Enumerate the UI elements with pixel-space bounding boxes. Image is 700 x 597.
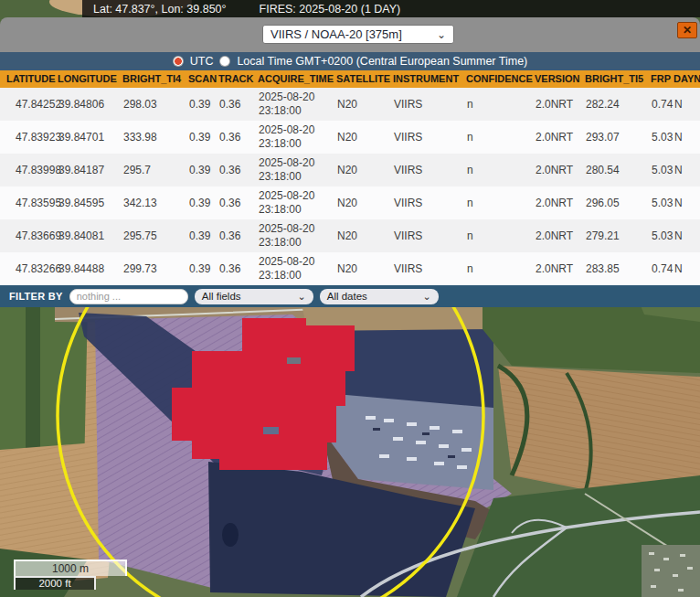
col-confidence[interactable]: CONFIDENCE [465, 70, 534, 88]
table-row[interactable]: 47.83998 39.84187 295.7 0.39 0.36 2025-0… [0, 154, 700, 187]
table-row[interactable]: 47.83266 39.84488 299.73 0.39 0.36 2025-… [0, 252, 700, 285]
filter-fields-select[interactable]: All fields ⌄ [195, 289, 313, 304]
col-instrument[interactable]: INSTRUMENT [392, 70, 465, 88]
filter-dates-select[interactable]: All dates ⌄ [320, 289, 439, 304]
cursor-coordinates: Lat: 47.837°, Lon: 39.850° [93, 3, 227, 16]
utc-radio-label[interactable]: UTC [190, 55, 214, 68]
local-time-radio[interactable] [219, 56, 230, 67]
table-row[interactable]: 47.83595 39.84595 342.13 0.39 0.36 2025-… [0, 187, 700, 219]
col-longitude[interactable]: LONGITUDE [57, 70, 122, 88]
panel-header: VIIRS / NOAA-20 [375m] ⌄ ✕ [0, 17, 700, 52]
chevron-down-icon: ⌄ [437, 30, 446, 39]
chevron-down-icon: ⌄ [298, 293, 306, 300]
col-scan[interactable]: SCAN [187, 70, 217, 88]
fires-panel: VIIRS / NOAA-20 [375m] ⌄ ✕ UTC Local Tim… [0, 17, 700, 307]
firms-fire-map-app: 1000 m 2000 ft Lat: 47.837°, Lon: 39.850… [0, 0, 700, 597]
col-satellite[interactable]: SATELLITE [335, 70, 392, 88]
col-bright-ti4[interactable]: BRIGHT_TI4 [122, 70, 187, 88]
map-status-bar: Lat: 47.837°, Lon: 39.850° FIRES: 2025-0… [82, 0, 700, 17]
filter-text-input[interactable] [69, 289, 188, 304]
chevron-down-icon: ⌄ [423, 293, 431, 300]
filter-by-label: FILTER BY [9, 291, 63, 302]
table-header-row: LATITUDE LONGITUDE BRIGHT_TI4 SCAN TRACK… [0, 70, 700, 88]
filter-bar: FILTER BY All fields ⌄ All dates ⌄ [0, 285, 700, 307]
map-scale-control: 1000 m 2000 ft [14, 560, 127, 590]
local-time-radio-label[interactable]: Local Time GMT+0200 (Central European Su… [237, 55, 527, 68]
dataset-select[interactable]: VIIRS / NOAA-20 [375m] ⌄ [262, 25, 454, 44]
col-latitude[interactable]: LATITUDE [0, 70, 57, 88]
col-acquire-time[interactable]: ACQUIRE_TIME [257, 70, 335, 88]
close-button[interactable]: ✕ [677, 22, 697, 38]
table-row[interactable]: 47.84252 39.84806 298.03 0.39 0.36 2025-… [0, 88, 700, 121]
scale-imperial: 2000 ft [14, 576, 96, 590]
time-mode-bar: UTC Local Time GMT+0200 (Central Europea… [0, 52, 700, 70]
col-version[interactable]: VERSION [534, 70, 584, 88]
col-frp[interactable]: FRP [650, 70, 673, 88]
col-daynight[interactable]: DAYNIGHT [673, 70, 700, 88]
dataset-select-value: VIIRS / NOAA-20 [375m] [270, 27, 402, 41]
table-row[interactable]: 47.83923 39.84701 333.98 0.39 0.36 2025-… [0, 121, 700, 154]
col-bright-ti5[interactable]: BRIGHT_TI5 [584, 70, 650, 88]
fires-date-label: FIRES: 2025-08-20 (1 DAY) [260, 3, 401, 16]
table-row[interactable]: 47.83669 39.84081 295.75 0.39 0.36 2025-… [0, 219, 700, 252]
scale-metric: 1000 m [14, 560, 127, 576]
utc-radio[interactable] [173, 56, 184, 67]
col-track[interactable]: TRACK [217, 70, 257, 88]
table-body: 47.84252 39.84806 298.03 0.39 0.36 2025-… [0, 88, 700, 285]
